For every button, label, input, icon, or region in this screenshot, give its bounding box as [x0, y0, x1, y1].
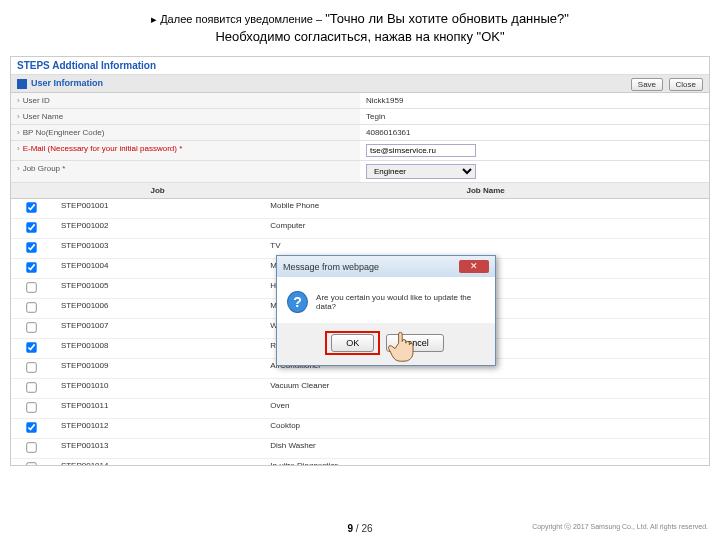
job-code: STEP001006 — [53, 299, 262, 318]
row-checkbox[interactable] — [27, 222, 37, 232]
confirm-dialog: Message from webpage ✕ ? Are you certain… — [276, 255, 496, 366]
job-code: STEP001008 — [53, 339, 262, 358]
job-name: Dish Washer — [262, 439, 709, 458]
job-name: Cooktop — [262, 419, 709, 438]
job-code: STEP001011 — [53, 399, 262, 418]
jobgroup-select[interactable]: Engineer — [366, 164, 476, 179]
job-name: Vacuum Cleaner — [262, 379, 709, 398]
label-username: User Name — [23, 112, 63, 121]
row-checkbox[interactable] — [27, 322, 37, 332]
row-checkbox[interactable] — [27, 282, 37, 292]
label-jobgroup: Job Group * — [23, 164, 66, 173]
value-bpno: 4086016361 — [360, 125, 709, 140]
save-button[interactable]: Save — [631, 78, 663, 91]
label-userid: User ID — [23, 96, 50, 105]
job-code: STEP001012 — [53, 419, 262, 438]
job-name: In-vitro Diagnostics — [262, 459, 709, 466]
row-checkbox[interactable] — [27, 342, 37, 352]
copyright: Copyright ⓒ 2017 Samsung Co., Ltd. All r… — [532, 522, 708, 532]
row-checkbox[interactable] — [27, 262, 37, 272]
label-email: E-Mail (Necessary for your initial passw… — [23, 144, 183, 153]
job-name: Oven — [262, 399, 709, 418]
ok-button[interactable]: OK — [331, 334, 374, 352]
bullet-arrow: ▸ Далее появится уведомление – — [151, 13, 325, 25]
page-title: STEPS Addtional Information — [11, 57, 709, 75]
table-row: STEP001011Oven — [11, 399, 709, 419]
ok-highlight: OK — [325, 331, 380, 355]
job-name: Computer — [262, 219, 709, 238]
job-code: STEP001010 — [53, 379, 262, 398]
embedded-screenshot: STEPS Addtional Information User Informa… — [10, 56, 710, 466]
user-icon — [17, 79, 27, 89]
row-checkbox[interactable] — [27, 202, 37, 212]
row-checkbox[interactable] — [27, 442, 37, 452]
section-userinfo: User Information Save Close — [11, 75, 709, 93]
row-checkbox[interactable] — [27, 402, 37, 412]
job-code: STEP001013 — [53, 439, 262, 458]
row-checkbox[interactable] — [27, 242, 37, 252]
row-checkbox[interactable] — [27, 362, 37, 372]
table-row: STEP001002Computer — [11, 219, 709, 239]
table-row: STEP001013Dish Washer — [11, 439, 709, 459]
job-name: Mobile Phone — [262, 199, 709, 218]
job-code: STEP001009 — [53, 359, 262, 378]
dialog-title: Message from webpage — [283, 262, 379, 272]
table-row: STEP001001Mobile Phone — [11, 199, 709, 219]
table-header: Job Job Name — [11, 183, 709, 199]
job-code: STEP001002 — [53, 219, 262, 238]
row-checkbox[interactable] — [27, 422, 37, 432]
value-userid: Nickk1959 — [360, 93, 709, 108]
row-checkbox[interactable] — [27, 462, 37, 466]
job-code: STEP001001 — [53, 199, 262, 218]
instruction-text: ▸ Далее появится уведомление – "Точно ли… — [0, 0, 720, 52]
job-code: STEP001003 — [53, 239, 262, 258]
cancel-button[interactable]: Cancel — [386, 334, 444, 352]
close-button[interactable]: Close — [669, 78, 703, 91]
job-code: STEP001014 — [53, 459, 262, 466]
label-bpno: BP No(Engineer Code) — [23, 128, 105, 137]
email-field[interactable] — [366, 144, 476, 157]
job-code: STEP001004 — [53, 259, 262, 278]
row-checkbox[interactable] — [27, 302, 37, 312]
row-checkbox[interactable] — [27, 382, 37, 392]
table-row: STEP001014In-vitro Diagnostics — [11, 459, 709, 466]
table-row: STEP001012Cooktop — [11, 419, 709, 439]
job-code: STEP001005 — [53, 279, 262, 298]
dialog-message: Are you certain you would like to update… — [316, 293, 485, 311]
table-row: STEP001010Vacuum Cleaner — [11, 379, 709, 399]
question-icon: ? — [287, 291, 308, 313]
close-icon[interactable]: ✕ — [459, 260, 489, 273]
value-username: Tegin — [360, 109, 709, 124]
job-code: STEP001007 — [53, 319, 262, 338]
